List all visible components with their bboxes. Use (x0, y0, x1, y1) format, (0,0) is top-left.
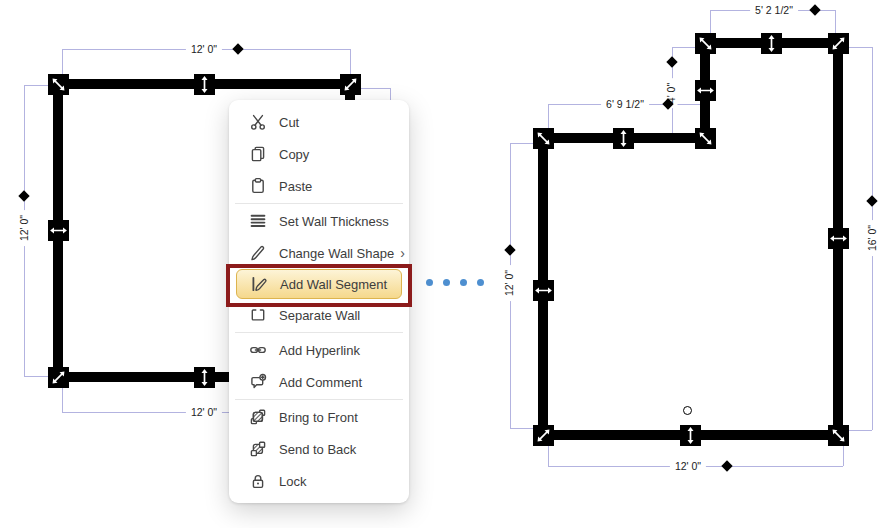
submenu-chevron-icon: › (400, 246, 405, 260)
send-to-back-icon (249, 440, 267, 458)
menu-item-cut[interactable]: Cut (229, 106, 409, 138)
dimension-handle-diamond[interactable] (232, 43, 243, 54)
menu-item-send-to-back[interactable]: Send to Back (229, 433, 409, 465)
menu-item-bring-to-front[interactable]: Bring to Front (229, 401, 409, 433)
dimension-handle-diamond[interactable] (866, 195, 877, 206)
dimension-handle-diamond[interactable] (504, 244, 515, 255)
scissors-icon (249, 113, 267, 131)
dot (443, 279, 450, 286)
dot (477, 279, 484, 286)
corner-handle[interactable] (48, 367, 69, 388)
dimension-label: 12' 0" (18, 210, 31, 246)
menu-divider (235, 332, 403, 333)
menu-item-add-wall-segment[interactable]: Add Wall Segment (236, 269, 402, 299)
dimension-line (843, 443, 844, 466)
menu-item-separate-wall[interactable]: Separate Wall (229, 299, 409, 331)
lock-icon (249, 472, 267, 490)
dimension-handle-diamond[interactable] (666, 56, 677, 67)
menu-item-label: Send to Back (279, 442, 356, 457)
dot (460, 279, 467, 286)
menu-item-label: Change Wall Shape (279, 246, 394, 261)
continuation-dots (426, 279, 484, 286)
bring-to-front-icon (249, 408, 267, 426)
dimension-handle-diamond[interactable] (809, 4, 820, 15)
menu-item-paste[interactable]: Paste (229, 170, 409, 202)
corner-handle[interactable] (48, 74, 69, 95)
copy-icon (249, 145, 267, 163)
menu-item-label: Add Hyperlink (279, 343, 360, 358)
corner-handle[interactable] (695, 33, 716, 54)
corner-handle[interactable] (828, 425, 849, 446)
connection-point-circle (683, 406, 692, 415)
dimension-label: 16' 0" (866, 220, 879, 256)
midpoint-handle[interactable] (613, 128, 634, 149)
menu-item-label: Bring to Front (279, 410, 358, 425)
hyperlink-icon (249, 341, 267, 359)
dimension-label: 6' 9 1/2" (601, 98, 649, 111)
midpoint-handle[interactable] (194, 74, 215, 95)
corner-handle[interactable] (533, 425, 554, 446)
menu-item-label: Add Comment (279, 375, 362, 390)
corner-handle[interactable] (695, 128, 716, 149)
clipboard-icon (249, 177, 267, 195)
floorplan-canvas: 12' 0" 12' 0" 12' 0" 5' 2 1/2" 4' 0" 6' … (0, 0, 896, 528)
menu-item-label: Set Wall Thickness (279, 214, 389, 229)
menu-item-label: Add Wall Segment (280, 277, 387, 292)
dimension-label: 12' 0" (503, 265, 516, 301)
dimension-label: 12' 0" (186, 406, 222, 419)
menu-item-label: Copy (279, 147, 309, 162)
menu-item-label: Cut (279, 115, 299, 130)
pen-icon (249, 244, 267, 262)
menu-item-label: Paste (279, 179, 312, 194)
menu-item-change-wall-shape[interactable]: Change Wall Shape › (229, 237, 409, 269)
dimension-label: 12' 0" (186, 43, 222, 56)
midpoint-handle[interactable] (533, 280, 554, 301)
corner-handle[interactable] (533, 128, 554, 149)
midpoint-handle[interactable] (680, 425, 701, 446)
corner-handle[interactable] (828, 33, 849, 54)
dot (426, 279, 433, 286)
menu-item-add-hyperlink[interactable]: Add Hyperlink (229, 334, 409, 366)
dimension-handle-diamond[interactable] (18, 190, 29, 201)
dimension-label: 12' 0" (670, 460, 706, 473)
menu-item-add-comment[interactable]: Add Comment (229, 366, 409, 398)
corner-handle[interactable] (340, 74, 361, 95)
midpoint-handle[interactable] (828, 228, 849, 249)
midpoint-handle[interactable] (761, 33, 782, 54)
comment-plus-icon (249, 373, 267, 391)
dimension-label: 5' 2 1/2" (750, 4, 798, 17)
menu-divider (235, 399, 403, 400)
menu-item-label: Lock (279, 474, 306, 489)
midpoint-handle[interactable] (194, 367, 215, 388)
midpoint-handle[interactable] (695, 80, 716, 101)
menu-item-label: Separate Wall (279, 308, 360, 323)
dimension-line (548, 443, 549, 466)
context-menu: Cut Copy Paste Set Wall Thickness Change (229, 100, 409, 503)
menu-item-set-wall-thickness[interactable]: Set Wall Thickness (229, 205, 409, 237)
menu-divider (235, 203, 403, 204)
separate-wall-icon (249, 306, 267, 324)
wall-thickness-icon (249, 212, 267, 230)
menu-item-copy[interactable]: Copy (229, 138, 409, 170)
midpoint-handle[interactable] (48, 220, 69, 241)
dimension-handle-diamond[interactable] (721, 460, 732, 471)
add-wall-segment-icon (250, 275, 268, 293)
dimension-line (548, 104, 549, 131)
menu-item-lock[interactable]: Lock (229, 465, 409, 497)
